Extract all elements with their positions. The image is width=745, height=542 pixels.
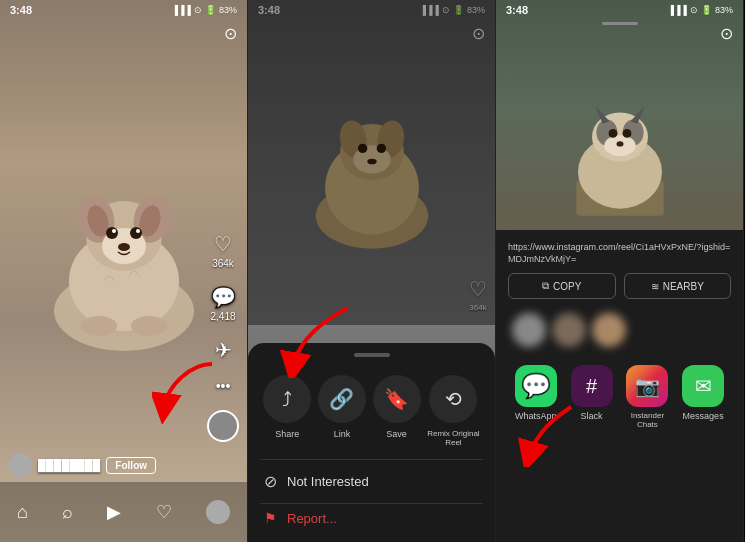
slack-logo: # — [586, 375, 597, 398]
copy-icon: ⧉ — [542, 280, 549, 292]
share-handle — [354, 353, 390, 357]
svg-point-32 — [616, 141, 623, 146]
nav-search-icon[interactable]: ⌕ — [62, 502, 73, 523]
slack-label: Slack — [581, 411, 603, 421]
share-options-row: ⤴ Share 🔗 Link 🔖 Save ⟲ Remix O — [248, 367, 495, 459]
username-1: ████████ — [38, 459, 100, 471]
comment-group[interactable]: 💬 2,418 — [210, 285, 235, 322]
battery-percent-3: 83% — [715, 5, 733, 15]
status-icons-3: ▐▐▐ ⊙ 🔋 83% — [668, 5, 733, 15]
svg-point-13 — [81, 316, 117, 336]
not-interested-label: Not Interested — [287, 474, 369, 489]
share-option-share[interactable]: ⤴ Share — [263, 375, 311, 447]
share-option-icon-remix[interactable]: ⟲ — [429, 375, 477, 423]
svg-point-31 — [622, 129, 631, 138]
svg-point-10 — [112, 229, 116, 233]
heart-icon[interactable]: ♡ — [214, 232, 232, 256]
app-slack[interactable]: # Slack — [571, 365, 613, 429]
panel-1: 3:48 ▐▐▐ ⊙ 🔋 83% ⊙ ♡ 364k 💬 2,418 ✈ ••• — [0, 0, 248, 542]
user-avatar-small[interactable] — [8, 453, 32, 477]
blurred-avatar-3 — [592, 313, 626, 347]
avatar-group[interactable] — [207, 410, 239, 442]
share-icon-p1[interactable]: ✈ — [215, 338, 232, 362]
battery-percent-1: 83% — [219, 5, 237, 15]
svg-point-12 — [118, 243, 130, 251]
app-whatsapp[interactable]: 💬 WhatsApp — [515, 365, 557, 429]
status-bar-3: 3:48 ▐▐▐ ⊙ 🔋 83% — [496, 0, 743, 20]
nearby-button[interactable]: ≋ NEARBY — [624, 273, 732, 299]
wifi-icon-3: ⊙ — [690, 5, 698, 15]
link-url: https://www.instagram.com/reel/Ci1aHVxPx… — [508, 242, 731, 265]
share-option-link[interactable]: 🔗 Link — [318, 375, 366, 447]
remix-icon: ⟲ — [445, 387, 462, 411]
instander-label: InstanderChats — [631, 411, 664, 429]
copy-button[interactable]: ⧉ COPY — [508, 273, 616, 299]
status-icons-1: ▐▐▐ ⊙ 🔋 83% — [172, 5, 237, 15]
signal-icon: ▐▐▐ — [172, 5, 191, 15]
share-option-icon-share[interactable]: ⤴ — [263, 375, 311, 423]
whatsapp-logo: 💬 — [521, 372, 551, 400]
instander-icon[interactable]: 📷 — [626, 365, 668, 407]
panel-3: 3:48 ▐▐▐ ⊙ 🔋 83% ⊙ https://www.instagram… — [496, 0, 744, 542]
save-label: Save — [386, 429, 407, 439]
more-icon[interactable]: ••• — [216, 378, 231, 394]
link-buttons-row: ⧉ COPY ≋ NEARBY — [508, 273, 731, 299]
not-interested-icon: ⊘ — [264, 472, 277, 491]
svg-point-30 — [608, 129, 617, 138]
nearby-icon: ≋ — [651, 281, 659, 292]
blurred-avatar-1 — [512, 313, 546, 347]
svg-point-8 — [106, 227, 118, 239]
nav-reels-icon[interactable]: ▶ — [107, 501, 121, 523]
time-3: 3:48 — [506, 4, 528, 16]
camera-icon-3[interactable]: ⊙ — [720, 24, 733, 43]
report-label: Report... — [287, 511, 337, 526]
svg-point-14 — [131, 316, 167, 336]
messages-icon[interactable]: ✉ — [682, 365, 724, 407]
right-sidebar-1: ♡ 364k 💬 2,418 ✈ ••• — [207, 232, 239, 442]
avatar[interactable] — [207, 410, 239, 442]
share-option-icon-save[interactable]: 🔖 — [373, 375, 421, 423]
more-group[interactable]: ••• — [216, 378, 231, 394]
app-icons-row: 💬 WhatsApp # Slack 📷 InstanderChats ✉ — [508, 365, 731, 429]
follow-button[interactable]: Follow — [106, 457, 156, 474]
comment-count: 2,418 — [210, 311, 235, 322]
dark-overlay — [248, 0, 495, 325]
share-sheet: ⤴ Share 🔗 Link 🔖 Save ⟲ Remix O — [248, 343, 495, 542]
blurred-avatar-2 — [552, 313, 586, 347]
like-group[interactable]: ♡ 364k — [212, 232, 234, 269]
camera-icon-1[interactable]: ⊙ — [224, 24, 237, 43]
slack-icon[interactable]: # — [571, 365, 613, 407]
progress-bar-3 — [602, 22, 638, 25]
svg-point-9 — [130, 227, 142, 239]
share-arrow-icon: ⤴ — [282, 388, 292, 411]
remix-label: Remix OriginalReel — [427, 429, 479, 447]
whatsapp-label: WhatsApp — [515, 411, 557, 421]
blurred-avatars-row — [508, 313, 731, 347]
whatsapp-icon[interactable]: 💬 — [515, 365, 557, 407]
panel-2: 3:48 ▐▐▐ ⊙ 🔋 83% ⊙ ♡ 364k ⤴ Share — [248, 0, 496, 542]
status-bar-1: 3:48 ▐▐▐ ⊙ 🔋 83% — [0, 0, 247, 20]
comment-icon[interactable]: 💬 — [211, 285, 236, 309]
user-info-1: ████████ Follow — [8, 453, 187, 477]
messages-logo: ✉ — [695, 374, 712, 398]
bookmark-icon: 🔖 — [384, 387, 409, 411]
like-count: 364k — [212, 258, 234, 269]
svg-point-11 — [136, 229, 140, 233]
share-option-icon-link[interactable]: 🔗 — [318, 375, 366, 423]
time-1: 3:48 — [10, 4, 32, 16]
report-row[interactable]: ⚑ Report... — [248, 504, 495, 532]
nav-heart-icon[interactable]: ♡ — [156, 501, 172, 523]
share-option-save[interactable]: 🔖 Save — [373, 375, 421, 447]
nav-home-icon[interactable]: ⌂ — [17, 502, 28, 523]
battery-icon-3: 🔋 — [701, 5, 712, 15]
share-option-remix[interactable]: ⟲ Remix OriginalReel — [427, 375, 479, 447]
bottom-nav-1: ⌂ ⌕ ▶ ♡ — [0, 482, 247, 542]
not-interested-row[interactable]: ⊘ Not Interested — [248, 460, 495, 503]
app-messages[interactable]: ✉ Messages — [682, 365, 724, 429]
signal-icon-3: ▐▐▐ — [668, 5, 687, 15]
share-group[interactable]: ✈ — [215, 338, 232, 362]
messages-label: Messages — [683, 411, 724, 421]
app-instander[interactable]: 📷 InstanderChats — [626, 365, 668, 429]
link-icon: 🔗 — [329, 387, 354, 411]
nav-profile-icon[interactable] — [206, 500, 230, 524]
